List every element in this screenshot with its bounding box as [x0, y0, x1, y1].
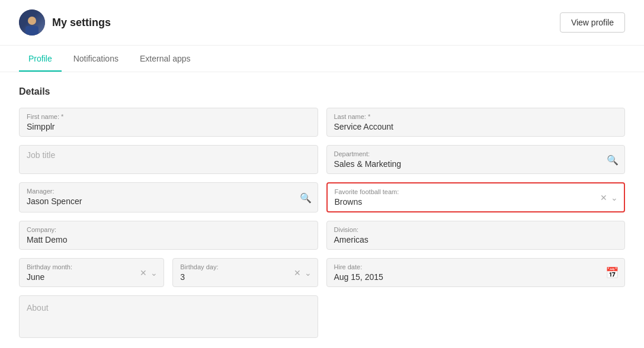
manager-search-icon: 🔍	[300, 192, 312, 203]
hire-date-field: Hire date: Aug 15, 2015 📅	[326, 258, 626, 287]
first-name-field: First name: * Simpplr	[19, 108, 318, 137]
favorite-team-field[interactable]: Favorite football team: Browns ✕ ⌄	[326, 182, 626, 212]
department-label: Department:	[334, 150, 618, 157]
birthday-day-chevron-icon[interactable]: ⌄	[305, 268, 312, 278]
birthday-month-clear-icon[interactable]: ✕	[140, 268, 147, 278]
job-title-placeholder: Job title	[27, 150, 310, 160]
company-field: Company: Matt Demo	[19, 221, 318, 250]
company-label: Company:	[27, 226, 310, 233]
tabs: Profile Notifications External apps	[0, 46, 644, 72]
tab-external-apps[interactable]: External apps	[130, 46, 200, 72]
birthday-month-label: Birthday month:	[27, 263, 156, 270]
birthday-day-actions: ✕ ⌄	[294, 268, 312, 278]
tab-profile[interactable]: Profile	[19, 46, 62, 72]
header: My settings View profile	[0, 0, 644, 46]
search-icon: 🔍	[607, 154, 619, 165]
about-field[interactable]: About	[19, 295, 318, 338]
division-value: Americas	[334, 235, 618, 244]
favorite-team-label: Favorite football team:	[335, 188, 617, 195]
calendar-icon[interactable]: 📅	[605, 266, 619, 279]
favorite-team-value: Browns	[335, 197, 617, 207]
division-label: Division:	[334, 226, 618, 233]
about-label: About	[27, 303, 49, 312]
last-name-label: Last name: *	[334, 113, 618, 120]
birthday-month-field[interactable]: Birthday month: June ✕ ⌄	[19, 258, 164, 287]
birthday-month-actions: ✕ ⌄	[140, 268, 158, 278]
hire-date-label: Hire date:	[334, 263, 618, 270]
manager-field: Manager: Jason Spencer 🔍	[19, 182, 318, 212]
birthday-day-clear-icon[interactable]: ✕	[294, 268, 301, 278]
company-value: Matt Demo	[27, 235, 310, 244]
tab-notifications[interactable]: Notifications	[64, 46, 128, 72]
job-title-field[interactable]: Job title	[19, 145, 318, 174]
manager-value: Jason Spencer	[27, 196, 310, 206]
birthday-day-field[interactable]: Birthday day: 3 ✕ ⌄	[172, 258, 318, 287]
view-profile-button[interactable]: View profile	[560, 12, 625, 33]
last-name-value: Service Account	[334, 122, 618, 131]
division-field: Division: Americas	[326, 221, 626, 250]
favorite-team-actions: ✕ ⌄	[600, 193, 618, 202]
last-name-field: Last name: * Service Account	[326, 108, 626, 137]
content: Details First name: * Simpplr Last name:…	[0, 72, 644, 348]
department-field: Department: Sales & Marketing 🔍	[326, 145, 626, 174]
clear-icon[interactable]: ✕	[600, 193, 607, 202]
first-name-value: Simpplr	[27, 122, 310, 131]
chevron-down-icon[interactable]: ⌄	[611, 193, 618, 202]
section-title: Details	[19, 86, 625, 97]
manager-label: Manager:	[27, 188, 310, 195]
page-title: My settings	[52, 17, 111, 29]
avatar	[19, 9, 45, 36]
birthday-month-value: June	[27, 272, 156, 282]
birthday-month-chevron-icon[interactable]: ⌄	[150, 268, 158, 278]
birthday-day-value: 3	[180, 272, 310, 282]
first-name-label: First name: *	[27, 113, 310, 120]
department-value: Sales & Marketing	[334, 159, 618, 169]
hire-date-value: Aug 15, 2015	[334, 272, 618, 282]
birthday-day-label: Birthday day:	[180, 263, 310, 270]
